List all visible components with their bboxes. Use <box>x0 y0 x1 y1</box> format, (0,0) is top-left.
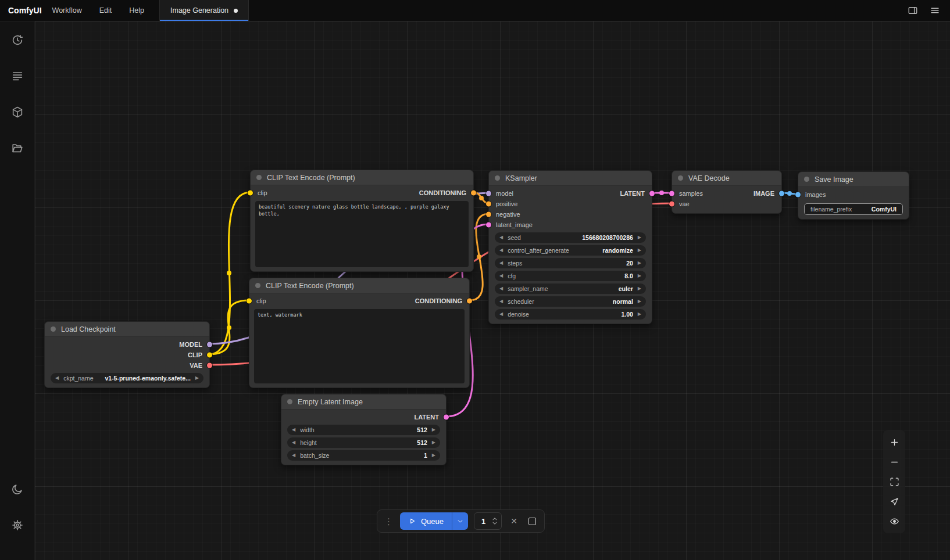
decrement-arrow-icon[interactable]: ◀ <box>55 376 59 380</box>
fit-view-icon[interactable] <box>885 473 903 490</box>
batch-count-input[interactable]: 1 <box>474 512 502 530</box>
decrement-arrow-icon[interactable]: ◀ <box>292 453 295 458</box>
input-slot-negative[interactable] <box>486 212 491 217</box>
input-slot-samples[interactable] <box>669 191 674 196</box>
stop-icon[interactable] <box>528 518 536 525</box>
node-library-icon[interactable] <box>10 69 24 83</box>
node-header[interactable]: Load Checkpoint <box>45 322 209 337</box>
theme-toggle-icon[interactable] <box>10 482 24 496</box>
node-ksampler[interactable]: KSampler model LATENT positive negative … <box>488 170 652 324</box>
increment-arrow-icon[interactable]: ▶ <box>638 299 641 304</box>
increment-arrow-icon[interactable]: ▶ <box>432 428 435 432</box>
widget-ckpt-name[interactable]: ◀ ckpt_name v1-5-pruned-emaonly.safete..… <box>51 373 203 383</box>
decrement-arrow-icon[interactable]: ◀ <box>499 235 503 240</box>
input-slot-clip[interactable] <box>248 191 253 196</box>
decrement-arrow-icon[interactable]: ◀ <box>499 248 503 253</box>
output-slot-latent[interactable] <box>649 191 655 196</box>
output-slot-clip[interactable] <box>207 353 212 358</box>
stepper-up-icon[interactable] <box>492 517 498 520</box>
workflows-icon[interactable] <box>10 141 24 155</box>
increment-arrow-icon[interactable]: ▶ <box>638 235 641 240</box>
batch-count-steppers[interactable] <box>492 517 498 525</box>
widget-cfg[interactable]: ◀ cfg 8.0 ▶ <box>495 271 646 281</box>
node-header[interactable]: Save Image <box>798 172 909 187</box>
menu-help[interactable]: Help <box>129 6 144 15</box>
collapse-dot[interactable] <box>256 175 262 180</box>
node-header[interactable]: CLIP Text Encode (Prompt) <box>249 278 469 293</box>
select-mode-icon[interactable] <box>885 493 903 510</box>
output-slot-conditioning[interactable] <box>471 191 476 196</box>
node-header[interactable]: CLIP Text Encode (Prompt) <box>251 170 473 185</box>
model-library-icon[interactable] <box>10 105 24 119</box>
widget-seed[interactable]: ◀ seed 156680208700286 ▶ <box>495 232 646 243</box>
prompt-textarea[interactable]: beautiful scenery nature glass bottle la… <box>255 201 469 267</box>
increment-arrow-icon[interactable]: ▶ <box>638 286 641 291</box>
collapse-dot[interactable] <box>804 177 809 182</box>
node-header[interactable]: VAE Decode <box>672 171 781 186</box>
clear-queue-icon[interactable]: ✕ <box>508 516 520 526</box>
widget-control-after-generate[interactable]: ◀ control_after_generate randomize ▶ <box>495 245 646 256</box>
decrement-arrow-icon[interactable]: ◀ <box>499 312 503 317</box>
decrement-arrow-icon[interactable]: ◀ <box>292 428 295 432</box>
queue-button[interactable]: Queue <box>400 512 468 530</box>
widget-sampler-name[interactable]: ◀ sampler_name euler ▶ <box>495 283 646 294</box>
decrement-arrow-icon[interactable]: ◀ <box>499 261 503 265</box>
widget-height[interactable]: ◀ height 512 ▶ <box>287 437 440 448</box>
widget-steps[interactable]: ◀ steps 20 ▶ <box>495 258 646 268</box>
stepper-down-icon[interactable] <box>492 522 498 525</box>
input-slot-latent-image[interactable] <box>486 222 491 228</box>
collapse-dot[interactable] <box>51 326 56 332</box>
increment-arrow-icon[interactable]: ▶ <box>432 440 435 445</box>
decrement-arrow-icon[interactable]: ◀ <box>292 440 295 445</box>
menu-icon[interactable] <box>927 2 943 19</box>
input-slot-images[interactable] <box>795 192 801 198</box>
tab-image-generation[interactable]: Image Generation <box>159 0 249 21</box>
increment-arrow-icon[interactable]: ▶ <box>638 248 641 253</box>
prompt-textarea[interactable]: text, watermark <box>254 309 465 383</box>
input-slot-model[interactable] <box>486 191 491 196</box>
batch-count-value[interactable]: 1 <box>481 517 487 526</box>
node-header[interactable]: KSampler <box>489 171 652 186</box>
input-slot-clip[interactable] <box>247 299 252 304</box>
collapse-dot[interactable] <box>255 283 260 288</box>
drag-handle-icon[interactable]: ⋮ <box>383 517 394 526</box>
menu-workflow[interactable]: Workflow <box>52 6 82 15</box>
output-slot-image[interactable] <box>779 191 784 196</box>
node-clip-text-encode-positive[interactable]: CLIP Text Encode (Prompt) clip CONDITION… <box>250 170 474 272</box>
queue-options-caret[interactable] <box>452 512 468 530</box>
output-slot-model[interactable] <box>207 342 212 347</box>
node-vae-decode[interactable]: VAE Decode samples IMAGE vae <box>672 170 782 214</box>
decrement-arrow-icon[interactable]: ◀ <box>499 286 503 291</box>
zoom-out-icon[interactable] <box>885 453 903 471</box>
increment-arrow-icon[interactable]: ▶ <box>195 376 199 380</box>
toggle-visibility-eye-icon[interactable] <box>885 512 903 530</box>
increment-arrow-icon[interactable]: ▶ <box>638 312 641 317</box>
output-slot-conditioning[interactable] <box>467 299 472 304</box>
increment-arrow-icon[interactable]: ▶ <box>432 453 435 458</box>
input-slot-vae[interactable] <box>669 202 674 207</box>
workflow-history-icon[interactable] <box>10 33 24 47</box>
panel-toggle-icon[interactable] <box>905 2 921 19</box>
node-empty-latent-image[interactable]: Empty Latent Image LATENT ◀ width 512 ▶ … <box>281 394 447 465</box>
settings-icon[interactable] <box>10 518 24 532</box>
increment-arrow-icon[interactable]: ▶ <box>638 261 641 265</box>
decrement-arrow-icon[interactable]: ◀ <box>499 274 503 278</box>
node-load-checkpoint[interactable]: Load Checkpoint MODEL CLIP VAE ◀ ckpt_na… <box>44 321 210 388</box>
node-save-image[interactable]: Save Image images filename_prefix ComfyU… <box>798 171 909 220</box>
widget-filename-prefix[interactable]: filename_prefix ComfyUI <box>804 203 903 215</box>
widget-denoise[interactable]: ◀ denoise 1.00 ▶ <box>495 309 646 320</box>
node-clip-text-encode-negative[interactable]: CLIP Text Encode (Prompt) clip CONDITION… <box>249 278 470 388</box>
output-slot-vae[interactable] <box>207 363 212 368</box>
collapse-dot[interactable] <box>678 175 683 181</box>
widget-scheduler[interactable]: ◀ scheduler normal ▶ <box>495 296 646 307</box>
widget-batch-size[interactable]: ◀ batch_size 1 ▶ <box>287 450 440 461</box>
node-header[interactable]: Empty Latent Image <box>281 394 446 410</box>
queue-button-main[interactable]: Queue <box>400 512 452 530</box>
collapse-dot[interactable] <box>287 399 292 404</box>
collapse-dot[interactable] <box>495 175 500 181</box>
widget-width[interactable]: ◀ width 512 ▶ <box>287 425 440 435</box>
increment-arrow-icon[interactable]: ▶ <box>638 274 641 278</box>
zoom-in-icon[interactable] <box>885 433 903 451</box>
decrement-arrow-icon[interactable]: ◀ <box>499 299 503 304</box>
output-slot-latent[interactable] <box>444 415 449 420</box>
